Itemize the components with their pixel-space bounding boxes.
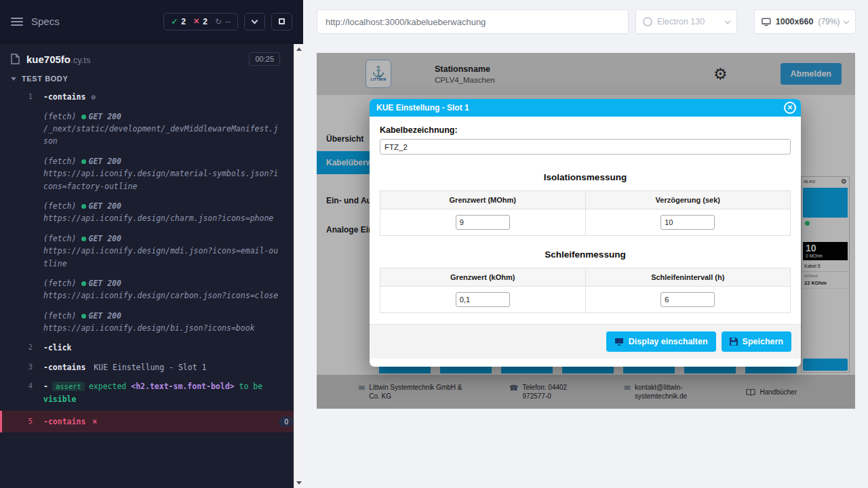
cable-name-label: Kabelbezeichnung: — [380, 125, 791, 135]
specs-title: Specs — [31, 16, 60, 27]
fetch-row[interactable]: (fetch)GET 200https://api.iconify.design… — [0, 276, 303, 308]
command-number: 5 — [2, 415, 33, 428]
fetch-row[interactable]: (fetch)GET 200https://api.iconify.design… — [0, 199, 303, 231]
command-name: -click — [43, 343, 72, 352]
refresh-icon: ↻ — [215, 17, 222, 26]
isolation-table: Grenzwert (MOhm) Verzögerung (sek) — [380, 190, 791, 236]
scroll-down-icon[interactable] — [296, 481, 302, 485]
stop-button[interactable] — [271, 13, 292, 30]
fetch-row[interactable]: (fetch)GET 200/_next/static/development/… — [0, 109, 303, 154]
assert-expected: expected — [89, 382, 126, 391]
cross-icon: ✕ — [193, 17, 199, 26]
spec-ext: .cy.ts — [71, 55, 90, 65]
fetch-row[interactable]: (fetch)GET 200https://api.iconify.design… — [0, 154, 303, 199]
kue-settings-modal: KUE Einstellung - Slot 1 ✕ Kabelbezeichn… — [370, 99, 801, 367]
loop-section-title: Schleifenmessung — [380, 249, 791, 260]
fetch-tag: (fetch) — [43, 234, 76, 243]
fetch-row[interactable]: (fetch)GET 200https://api.iconify.design… — [0, 231, 303, 276]
isolation-delay-input[interactable] — [660, 215, 715, 230]
browser-label: Electron 130 — [657, 17, 705, 26]
assert-row[interactable]: 4 -assertexpected <h2.text-sm.font-bold>… — [0, 379, 303, 407]
status-dot-icon — [81, 314, 86, 319]
command-name: -contains — [43, 92, 85, 102]
runner-controls: Electron 130 1000x660 (79%) — [303, 0, 868, 34]
fetch-status: GET 200 — [88, 279, 121, 288]
retry-count-badge: 0 — [279, 417, 294, 427]
check-icon: ✓ — [171, 17, 178, 26]
close-icon[interactable]: ✕ — [784, 102, 796, 114]
suite-title: TEST BODY — [22, 75, 68, 83]
fetch-url: https://api.iconify.design/carbon.json?i… — [43, 291, 278, 300]
spec-duration-badge: 00:25 — [249, 52, 280, 66]
command-row[interactable]: 1 -contains⚙ — [0, 89, 303, 105]
fetch-url: https://api.iconify.design/bi.json?icons… — [43, 323, 255, 333]
command-log: 1 -contains⚙ (fetch)GET 200/_next/static… — [0, 87, 303, 432]
app-under-test: ⚓ LITTWIN Stationsname CPLV4_Maschen ⚙ A… — [317, 53, 855, 409]
reporter-panel: Specs ✓ 2 ✕ 2 ↻ -- kue705fo.cy.ts — [0, 0, 303, 488]
fetch-tag: (fetch) — [43, 279, 76, 288]
stop-icon — [279, 18, 285, 24]
chevron-down-icon — [725, 18, 730, 24]
command-number: 4 — [0, 380, 33, 405]
chevron-down-icon — [252, 17, 258, 24]
save-button[interactable]: Speichern — [722, 331, 791, 352]
monitor-icon — [762, 18, 771, 26]
status-dot-icon — [81, 159, 86, 164]
fetch-tag: (fetch) — [43, 112, 76, 121]
modal-header: KUE Einstellung - Slot 1 ✕ — [370, 99, 801, 117]
status-dot-icon — [81, 115, 86, 119]
specs-menu-icon[interactable] — [11, 18, 23, 26]
fetch-url: /_next/static/development/_devMiddleware… — [43, 124, 278, 146]
suite-row[interactable]: TEST BODY — [0, 72, 303, 87]
modal-title: KUE Einstellung - Slot 1 — [376, 103, 469, 113]
command-row[interactable]: 2 -click — [0, 340, 303, 355]
reporter-header: Specs ✓ 2 ✕ 2 ↻ -- — [0, 0, 303, 43]
assert-visible: visible — [43, 394, 76, 404]
fetch-tag: (fetch) — [43, 157, 76, 166]
runner-panel: Electron 130 1000x660 (79%) ⚓ LITTWIN St… — [303, 0, 868, 488]
reporter-scrollbar[interactable] — [294, 44, 303, 488]
scroll-up-icon[interactable] — [296, 47, 302, 51]
electron-icon — [643, 17, 652, 26]
spec-row[interactable]: kue705fo.cy.ts 00:25 — [0, 43, 303, 72]
column-header: Grenzwert (kOhm) — [380, 268, 586, 287]
viewport-size: 1000x660 — [776, 17, 814, 26]
fetch-status: GET 200 — [88, 112, 121, 121]
fail-x-icon: × — [92, 417, 97, 426]
browser-select[interactable]: Electron 130 — [635, 9, 737, 34]
display-on-button[interactable]: Display einschalten — [606, 331, 716, 352]
loop-interval-input[interactable] — [660, 292, 715, 307]
column-header: Schleifenintervall (h) — [585, 268, 791, 287]
command-number: 1 — [0, 91, 33, 104]
fetch-url: https://api.iconify.design/mdi.json?icon… — [43, 246, 278, 268]
loop-table: Grenzwert (kOhm) Schleifenintervall (h) — [380, 268, 791, 313]
command-name: -contains — [43, 363, 85, 372]
viewport-select[interactable]: 1000x660 (79%) — [754, 9, 856, 34]
loop-limit-input[interactable] — [456, 292, 510, 307]
url-input[interactable] — [317, 9, 629, 34]
fetch-row[interactable]: (fetch)GET 200https://api.iconify.design… — [0, 308, 303, 341]
fetch-status: GET 200 — [88, 234, 121, 243]
collapse-button[interactable] — [244, 13, 265, 30]
passed-stat: ✓ 2 — [171, 17, 186, 26]
status-dot-icon — [81, 204, 86, 209]
gear-icon: ⚙ — [91, 93, 96, 102]
fetch-url: https://api.iconify.design/charm.json?ic… — [43, 214, 273, 223]
command-row[interactable]: 3 -containsKUE Einstellung - Slot 1 — [0, 360, 303, 375]
spec-name: kue705fo.cy.ts — [26, 54, 90, 65]
isolation-limit-input[interactable] — [456, 215, 510, 230]
status-dot-icon — [81, 281, 86, 286]
passed-count: 2 — [181, 17, 186, 26]
modal-body: Kabelbezeichnung: Isolationsmessung Gren… — [370, 117, 801, 313]
failed-count: 2 — [203, 17, 208, 26]
viewport-zoom: (79%) — [818, 17, 840, 26]
fetch-url: https://api.iconify.design/material-symb… — [43, 169, 278, 190]
collapse-chevron-icon — [11, 77, 16, 81]
isolation-section-title: Isolationsmessung — [380, 172, 791, 182]
failed-command-row[interactable]: 5 -contains× 0 — [0, 411, 303, 432]
floppy-icon — [730, 338, 738, 346]
cable-name-input[interactable] — [380, 139, 791, 155]
fetch-tag: (fetch) — [43, 311, 76, 321]
fetch-status: GET 200 — [88, 311, 121, 321]
column-header: Grenzwert (MOhm) — [380, 191, 586, 209]
